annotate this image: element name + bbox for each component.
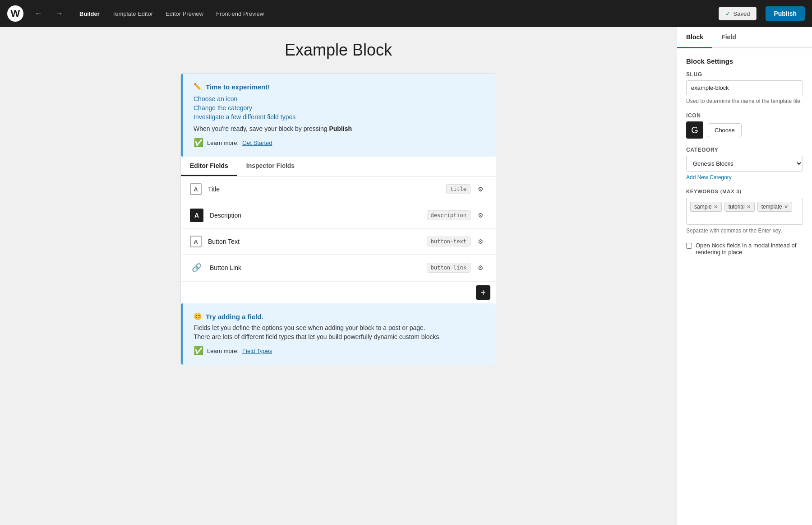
icon-group: Icon G Choose: [686, 112, 803, 139]
icon-picker: G Choose: [686, 121, 803, 139]
remove-keyword-template[interactable]: ✕: [784, 204, 788, 210]
category-label: Category: [686, 147, 803, 153]
field-row-button-text[interactable]: A Button Text button-text ⚙: [181, 229, 496, 255]
keyword-tag-template: template ✕: [757, 202, 792, 212]
try-box-emoji: 😊: [194, 312, 202, 321]
page-title: Example Block: [18, 41, 659, 60]
tab-editor-fields[interactable]: Editor Fields: [181, 157, 237, 176]
modal-checkbox-label: Open block fields in a modal instead of …: [696, 242, 803, 256]
pencil-icon: ✏️: [194, 83, 202, 91]
try-box-title: 😊 Try adding a field.: [194, 312, 485, 321]
check-circle-icon: ✅: [194, 138, 203, 148]
keyword-tag-tutorial: tutorial ✕: [724, 202, 755, 212]
description-field-settings[interactable]: ⚙: [474, 209, 487, 222]
list-item: Investigate a few different field types: [194, 113, 485, 121]
back-arrow[interactable]: ←: [32, 7, 44, 20]
try-box: 😊 Try adding a field. Fields let you def…: [181, 303, 496, 365]
info-publish-text: When you're ready, save your block by pr…: [194, 125, 485, 132]
button-link-field-label: Button Link: [210, 264, 427, 271]
check-icon: ✓: [725, 10, 731, 17]
saved-button: ✓ Saved: [719, 7, 757, 20]
icon-preview-char: G: [691, 125, 698, 135]
description-field-label: Description: [210, 212, 427, 219]
keywords-box[interactable]: sample ✕ tutorial ✕ template ✕: [686, 198, 803, 225]
modal-checkbox-group: Open block fields in a modal instead of …: [686, 242, 803, 256]
add-field-button[interactable]: +: [476, 285, 490, 300]
category-select[interactable]: Genesis Blocks Common Formatting Layout …: [686, 156, 803, 172]
keywords-title: KEYWORDS (MAX 3): [686, 189, 803, 194]
button-link-field-icon: 🔗: [190, 261, 203, 274]
wp-logo: W: [7, 5, 23, 22]
sidebar-tab-field[interactable]: Field: [712, 27, 745, 48]
remove-keyword-sample[interactable]: ✕: [714, 204, 718, 210]
saved-label: Saved: [734, 10, 750, 17]
try-box-title-text: Try adding a field.: [206, 313, 263, 321]
info-box: ✏️ Time to experiment! Choose an icon Ch…: [181, 74, 496, 157]
slug-group: Slug Used to determine the name of the t…: [686, 71, 803, 104]
list-item: Change the category: [194, 104, 485, 112]
choose-icon-button[interactable]: Choose: [708, 123, 742, 137]
tab-builder[interactable]: Builder: [74, 8, 105, 20]
list-item: Choose an icon: [194, 95, 485, 102]
info-learn: ✅ Learn more: Get Started: [194, 138, 485, 148]
add-field-row: +: [181, 281, 496, 303]
sidebar-tab-block[interactable]: Block: [677, 27, 712, 48]
check-circle-icon-2: ✅: [194, 346, 203, 356]
title-field-badge: title: [446, 184, 471, 194]
button-text-field-label: Button Text: [208, 238, 427, 245]
keyword-tag-sample: sample ✕: [690, 202, 722, 212]
get-started-link[interactable]: Get Started: [242, 139, 272, 146]
title-field-settings[interactable]: ⚙: [474, 183, 487, 195]
button-text-field-icon: A: [190, 236, 202, 247]
block-settings-title: Block Settings: [686, 57, 803, 65]
nav-tabs: Builder Template Editor Editor Preview F…: [74, 8, 269, 20]
title-field-label: Title: [208, 186, 446, 193]
fields-tabs-bar: Editor Fields Inspector Fields: [181, 157, 496, 177]
button-link-field-badge: button-link: [427, 263, 471, 273]
publish-button[interactable]: Publish: [766, 6, 805, 21]
try-box-line-1: Fields let you define the options you se…: [194, 324, 485, 331]
tab-editor-preview[interactable]: Editor Preview: [160, 8, 209, 20]
sidebar-body: Block Settings Slug Used to determine th…: [677, 48, 812, 265]
button-text-field-settings[interactable]: ⚙: [474, 235, 487, 248]
icon-label: Icon: [686, 112, 803, 119]
tab-template-editor[interactable]: Template Editor: [107, 8, 158, 20]
keywords-group: KEYWORDS (MAX 3) sample ✕ tutorial ✕ tem…: [686, 189, 803, 234]
icon-preview: G: [686, 121, 703, 139]
try-box-learn: ✅ Learn more: Field Types: [194, 346, 485, 356]
field-types-link[interactable]: Field Types: [242, 348, 272, 354]
description-field-icon: A: [190, 209, 203, 222]
field-row-description[interactable]: A Description description ⚙: [181, 202, 496, 229]
remove-keyword-tutorial[interactable]: ✕: [747, 204, 751, 210]
title-field-icon: A: [190, 183, 202, 195]
info-box-title-text: Time to experiment!: [206, 83, 270, 91]
slug-input[interactable]: [686, 80, 803, 95]
tab-inspector-fields[interactable]: Inspector Fields: [237, 157, 304, 176]
info-box-list: Choose an icon Change the category Inves…: [194, 95, 485, 121]
try-box-line-2: There are lots of different field types …: [194, 333, 485, 340]
slug-hint: Used to determine the name of the templa…: [686, 98, 803, 104]
slug-label: Slug: [686, 71, 803, 78]
button-link-field-settings[interactable]: ⚙: [474, 261, 487, 274]
right-sidebar: Block Field Block Settings Slug Used to …: [677, 27, 812, 525]
description-field-badge: description: [427, 210, 471, 220]
tab-frontend-preview[interactable]: Front-end Preview: [211, 8, 269, 20]
main-card: ✏️ Time to experiment! Choose an icon Ch…: [180, 73, 496, 365]
sidebar-tabs: Block Field: [677, 27, 812, 48]
field-row-title[interactable]: A Title title ⚙: [181, 177, 496, 202]
top-navigation: W ← → Builder Template Editor Editor Pre…: [0, 0, 812, 27]
info-box-title: ✏️ Time to experiment!: [194, 83, 485, 91]
category-group: Category Genesis Blocks Common Formattin…: [686, 147, 803, 181]
center-content: Example Block ✏️ Time to experiment! Cho…: [0, 27, 677, 525]
modal-checkbox[interactable]: [686, 243, 692, 249]
keywords-hint: Separate with commas or the Enter key.: [686, 228, 803, 234]
main-layout: Example Block ✏️ Time to experiment! Cho…: [0, 27, 812, 525]
add-category-link[interactable]: Add New Category: [686, 174, 803, 181]
field-row-button-link[interactable]: 🔗 Button Link button-link ⚙: [181, 255, 496, 281]
button-text-field-badge: button-text: [427, 237, 471, 246]
forward-arrow[interactable]: →: [53, 7, 65, 20]
